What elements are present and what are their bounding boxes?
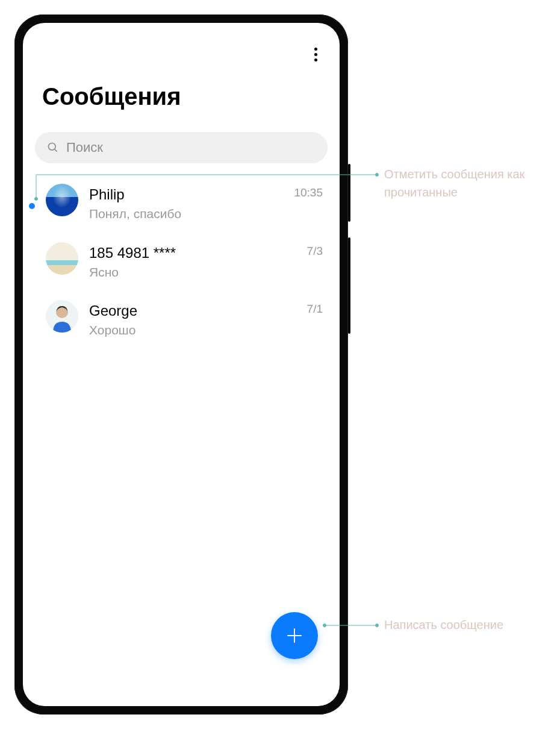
search-icon <box>47 142 59 154</box>
phone-screen: Сообщения Поиск Philip Понял, спасибо 10… <box>23 23 340 706</box>
avatar <box>46 242 78 275</box>
page-title: Сообщения <box>23 65 340 132</box>
callout-mark-read: Отметить сообщения как прочитанные <box>384 165 541 201</box>
phone-side-button <box>348 164 350 222</box>
search-placeholder: Поиск <box>66 140 103 155</box>
conversation-time: 7/1 <box>307 300 323 316</box>
avatar <box>46 300 78 333</box>
conversation-list: Philip Понял, спасибо 10:35 185 4981 ***… <box>23 163 340 349</box>
conversation-item[interactable]: Philip Понял, спасибо 10:35 <box>23 174 340 233</box>
phone-side-button <box>348 237 350 334</box>
phone-frame: Сообщения Поиск Philip Понял, спасибо 10… <box>14 14 348 715</box>
more-options-button[interactable] <box>305 43 326 65</box>
search-input[interactable]: Поиск <box>35 132 328 163</box>
conversation-time: 7/3 <box>307 242 323 258</box>
svg-line-1 <box>55 149 57 152</box>
conversation-item[interactable]: 185 4981 **** Ясно 7/3 <box>23 233 340 291</box>
compose-button[interactable] <box>271 612 318 659</box>
app-bar <box>23 39 340 65</box>
conversation-preview: Хорошо <box>89 321 296 339</box>
svg-point-6 <box>376 174 379 177</box>
unread-indicator <box>29 203 35 209</box>
callout-compose: Написать сообщение <box>384 616 541 634</box>
conversation-item[interactable]: George Хорошо 7/1 <box>23 290 340 349</box>
plus-icon <box>285 627 303 645</box>
conversation-name: Philip <box>89 185 283 204</box>
conversation-preview: Ясно <box>89 263 296 281</box>
conversation-name: 185 4981 **** <box>89 243 296 262</box>
more-vertical-icon <box>314 48 317 51</box>
svg-point-11 <box>376 624 379 627</box>
status-bar <box>23 23 340 39</box>
conversation-preview: Понял, спасибо <box>89 205 283 222</box>
avatar <box>46 184 78 216</box>
conversation-time: 10:35 <box>294 184 323 199</box>
conversation-name: George <box>89 301 296 320</box>
svg-point-0 <box>49 143 56 151</box>
